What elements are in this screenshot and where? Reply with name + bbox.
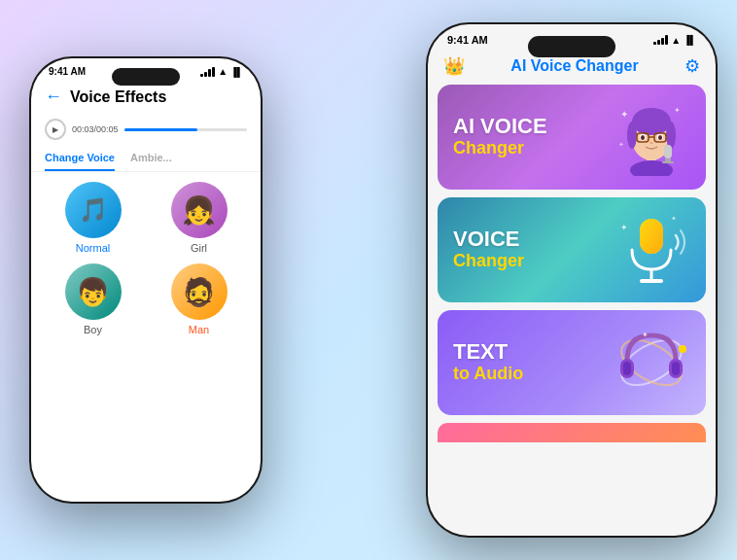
man-icon: 🧔 xyxy=(182,276,216,308)
r-signal-bar-2 xyxy=(657,40,660,45)
svg-text:✦: ✦ xyxy=(642,331,649,339)
signal-bar-4 xyxy=(212,67,215,77)
text-audio-line1: TEXT xyxy=(453,340,613,364)
crown-icon[interactable]: 👑 xyxy=(443,55,465,77)
ai-voice-illustration: ✦ ✦ ✦ xyxy=(613,98,690,176)
voice-label-girl: Girl xyxy=(191,242,207,254)
signal-bar-3 xyxy=(208,69,211,77)
dynamic-island xyxy=(528,36,615,57)
ai-voice-line2: Changer xyxy=(453,138,613,159)
voice-effects-header: ← Voice Effects xyxy=(31,81,261,115)
voice-changer-line1: VOICE xyxy=(453,228,613,251)
progress-track[interactable] xyxy=(124,128,247,131)
bottom-peek-card xyxy=(438,423,706,442)
voice-label-boy: Boy xyxy=(84,324,102,335)
tab-change-voice[interactable]: Change Voice xyxy=(45,148,115,171)
text-audio-text: TEXT to Audio xyxy=(453,340,613,385)
normal-icon: 🎵 xyxy=(79,196,108,224)
svg-text:✦: ✦ xyxy=(674,106,681,115)
wifi-icon: ▲ xyxy=(218,66,228,77)
battery-icon: ▐▌ xyxy=(230,67,243,77)
svg-text:✦: ✦ xyxy=(618,141,624,148)
svg-point-32 xyxy=(679,345,686,353)
back-button[interactable]: ← xyxy=(45,87,62,107)
progress-fill xyxy=(124,128,198,131)
voice-item-normal[interactable]: 🎵 Normal xyxy=(45,182,141,254)
svg-text:✦: ✦ xyxy=(620,223,628,232)
right-phone: 9:41 AM ▲ ▐▌ 👑 AI Voice Changer ⚙ xyxy=(426,22,718,538)
left-status-time: 9:41 AM xyxy=(49,66,86,77)
voice-item-man[interactable]: 🧔 Man xyxy=(151,263,247,335)
voice-circle-man: 🧔 xyxy=(171,263,228,320)
signal-bar-1 xyxy=(200,74,203,77)
svg-rect-29 xyxy=(623,362,631,375)
mic-svg: ✦ ✦ xyxy=(613,211,690,289)
playback-bar: ▶ 00:03/00:05 xyxy=(31,115,261,148)
banner-cards: AI VOICE Changer xyxy=(428,85,716,415)
signal-bars-icon xyxy=(200,67,215,77)
right-status-time: 9:41 AM xyxy=(447,34,488,46)
svg-text:✦: ✦ xyxy=(671,215,677,222)
banner-voice-changer[interactable]: VOICE Changer xyxy=(438,197,706,302)
r-signal-bar-3 xyxy=(661,38,664,46)
banner-ai-voice[interactable]: AI VOICE Changer xyxy=(438,85,706,190)
left-phone-notch xyxy=(112,68,180,86)
svg-point-9 xyxy=(658,135,662,140)
voice-tabs: Change Voice Ambie... xyxy=(31,148,261,172)
svg-rect-16 xyxy=(662,161,674,163)
svg-point-13 xyxy=(649,142,653,144)
r-signal-bar-1 xyxy=(653,42,656,45)
svg-text:✦: ✦ xyxy=(620,109,628,120)
voice-item-boy[interactable]: 👦 Boy xyxy=(45,263,141,335)
voice-grid: 🎵 Normal 👧 Girl 👦 Boy 🧔 xyxy=(31,182,261,335)
boy-icon: 👦 xyxy=(76,276,110,308)
play-button[interactable]: ▶ xyxy=(45,119,66,140)
svg-point-3 xyxy=(632,108,671,135)
text-audio-illustration: ✦ xyxy=(613,324,690,402)
voice-changer-line2: Changer xyxy=(453,251,613,272)
ai-girl-svg: ✦ ✦ ✦ xyxy=(615,98,688,176)
voice-effects-title: Voice Effects xyxy=(70,88,166,106)
signal-bar-2 xyxy=(204,72,207,77)
svg-point-5 xyxy=(666,122,676,149)
settings-icon[interactable]: ⚙ xyxy=(684,55,700,77)
headphones-svg: ✦ xyxy=(613,324,690,402)
left-phone: 9:41 AM ▲ ▐▌ ← Voice Effects ▶ 00:03/00:… xyxy=(29,56,263,504)
left-status-icons: ▲ ▐▌ xyxy=(200,66,243,77)
svg-point-8 xyxy=(641,135,645,140)
svg-point-4 xyxy=(627,122,637,149)
right-status-icons: ▲ ▐▌ xyxy=(653,35,696,46)
voice-item-girl[interactable]: 👧 Girl xyxy=(151,182,247,254)
left-phone-screen: 9:41 AM ▲ ▐▌ ← Voice Effects ▶ 00:03/00:… xyxy=(31,58,261,502)
svg-rect-14 xyxy=(664,145,672,158)
ai-voice-line1: AI VOICE xyxy=(453,115,613,138)
girl-icon: 👧 xyxy=(182,194,216,227)
r-signal-bar-4 xyxy=(665,35,668,45)
voice-circle-girl: 👧 xyxy=(171,182,228,238)
ai-voice-text: AI VOICE Changer xyxy=(453,115,613,159)
right-signal-bars-icon xyxy=(653,35,668,45)
voice-circle-boy: 👦 xyxy=(65,263,122,320)
svg-rect-21 xyxy=(640,219,663,254)
right-wifi-icon: ▲ xyxy=(671,35,681,46)
voice-circle-normal: 🎵 xyxy=(65,182,122,238)
app-title: AI Voice Changer xyxy=(510,57,638,75)
svg-rect-31 xyxy=(672,362,680,375)
voice-changer-illustration: ✦ ✦ xyxy=(613,211,690,289)
voice-label-man: Man xyxy=(189,324,209,335)
voice-label-normal: Normal xyxy=(76,242,110,254)
right-battery-icon: ▐▌ xyxy=(684,35,696,45)
svg-rect-23 xyxy=(640,279,663,283)
svg-rect-15 xyxy=(665,158,671,161)
banner-text-audio[interactable]: TEXT to Audio xyxy=(438,310,706,415)
voice-changer-text: VOICE Changer xyxy=(453,228,613,272)
right-phone-screen: 9:41 AM ▲ ▐▌ 👑 AI Voice Changer ⚙ xyxy=(428,24,716,536)
playback-time: 00:03/00:05 xyxy=(72,124,119,134)
text-audio-line2: to Audio xyxy=(453,364,613,385)
tab-ambience[interactable]: Ambie... xyxy=(130,148,172,171)
